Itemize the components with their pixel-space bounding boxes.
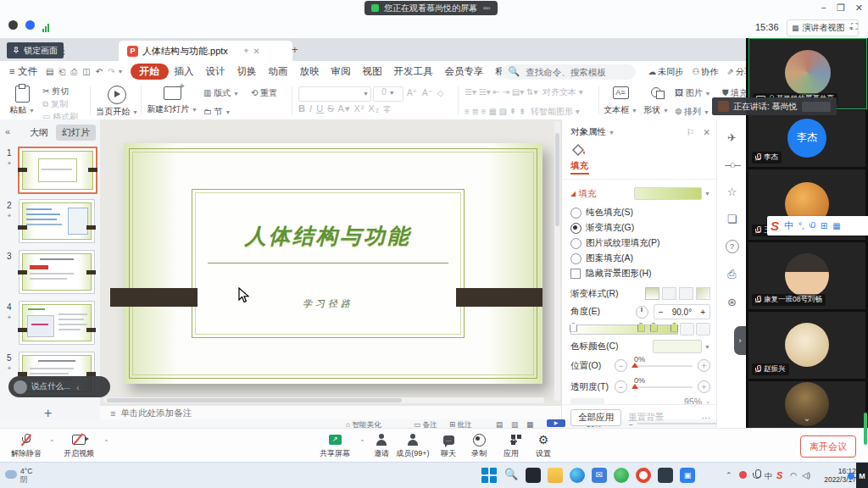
tray-wifi-icon[interactable]: ◠	[790, 471, 797, 480]
fill-option-solid[interactable]: 纯色填充(S)	[570, 207, 710, 219]
fill-swatch-chevron-icon[interactable]: ▼	[704, 191, 710, 197]
pin-panel-icon[interactable]: ⚐	[687, 127, 694, 137]
beautify-rocket-icon[interactable]: ✈	[727, 131, 737, 144]
fill-option-gradient[interactable]: 渐变填充(G)	[570, 222, 710, 234]
layout-button[interactable]: ▥ 版式 ▼	[203, 87, 239, 99]
transparency-minus-icon[interactable]: −	[615, 380, 627, 393]
properties-adjust-icon[interactable]: ‒○‒	[725, 158, 738, 171]
list-indent-group[interactable]: ☰▾ ☱▾ ⇤ ⇥ ▤▾ ⇅▾ 对齐文本 ▾	[465, 86, 583, 98]
camera-options-chevron-icon[interactable]: ⌃	[103, 439, 109, 446]
start-video-button[interactable]: 开启视频	[56, 433, 102, 459]
view-mode-button[interactable]: ▦ 演讲者视图 ▼	[787, 19, 859, 36]
search-input[interactable]	[524, 66, 629, 78]
tab-outline[interactable]: 大纲	[24, 125, 54, 141]
pin-tab-icon[interactable]: ⌖	[244, 46, 249, 56]
cloud-sync-icon[interactable]: ☁	[648, 67, 656, 76]
meeting-chat-bubble[interactable]: 说点什么... ‹	[8, 376, 110, 397]
tray-record-icon[interactable]	[739, 471, 747, 479]
position-slider[interactable]: 0%	[632, 365, 693, 367]
notification-icon[interactable]	[848, 473, 854, 480]
grow-font-icon[interactable]: A⁺	[407, 88, 417, 97]
start-button[interactable]	[481, 468, 497, 483]
scroll-down-icon[interactable]: ⌄	[804, 413, 810, 423]
tray-sogou-icon[interactable]: S	[776, 470, 782, 480]
tab-document[interactable]: P 人体结构与功能.pptx ⌖ ✕	[119, 41, 292, 61]
apply-all-button[interactable]: 全部应用	[570, 409, 621, 426]
slide-subtitle[interactable]: 学习径路	[192, 297, 464, 310]
share-icon[interactable]: ⇗	[726, 67, 733, 76]
opera-office-icon[interactable]	[636, 468, 651, 483]
search-taskbar-icon[interactable]: 🔍	[504, 468, 519, 483]
arrange-button[interactable]: ⊜ 排列 ▼	[675, 106, 711, 118]
new-tab-icon[interactable]: +	[292, 43, 298, 56]
meeting-dock-icon[interactable]: M	[856, 463, 868, 488]
sync-status[interactable]: 未同步	[658, 66, 683, 78]
section-button[interactable]: 🗀 节 ▼	[203, 106, 239, 118]
ime-punct-icon[interactable]: °,	[798, 221, 804, 230]
sidebar-scrollbar[interactable]	[864, 413, 867, 445]
ime-voice-icon[interactable]	[810, 222, 815, 230]
play-from-current-button[interactable]: 当页开始 ▼	[95, 86, 139, 118]
gradient-style-linear-button[interactable]	[645, 287, 659, 300]
panel-more-icon[interactable]: ⋯	[702, 413, 711, 423]
slide-show-icon[interactable]: ❏	[727, 213, 737, 225]
position-minus-icon[interactable]: −	[615, 359, 627, 372]
panel-collapse-handle[interactable]: ›	[734, 326, 746, 355]
reset-button[interactable]: ⟲ 重置	[251, 87, 277, 99]
section-arrow-icon[interactable]: ◢	[570, 190, 576, 197]
video-tile-2[interactable]: 李杰 李杰	[748, 110, 865, 167]
copy-button[interactable]: ⧉ 复制	[42, 98, 78, 110]
slide-title[interactable]: 人体结构与功能	[192, 222, 464, 250]
tab-slides[interactable]: 幻灯片	[56, 125, 96, 141]
close-tab-icon[interactable]: ✕	[253, 47, 260, 56]
shrink-font-icon[interactable]: A⁻	[422, 88, 432, 97]
minimize-icon[interactable]: −	[821, 3, 826, 14]
share-screen-button[interactable]: ↗ 共享屏幕	[311, 433, 359, 459]
export-icon[interactable]: ⎗	[58, 67, 65, 77]
redo-icon[interactable]: ↷	[108, 67, 114, 76]
apps-button[interactable]: 应用	[493, 433, 529, 459]
transparency-plus-icon[interactable]: +	[698, 380, 710, 393]
gradient-style-rect-button[interactable]	[679, 287, 693, 300]
maximize-icon[interactable]: ❐	[837, 3, 845, 14]
expand-icon[interactable]: ⛶	[851, 21, 858, 32]
angle-spinner[interactable]: − 90.0° +	[654, 304, 710, 319]
weather-widget[interactable]: 4°C 阴	[5, 467, 32, 484]
gradient-stop-bar[interactable]	[570, 324, 678, 335]
task-view-icon[interactable]	[526, 468, 541, 483]
ime-keyboard-icon[interactable]: ⊞	[821, 221, 827, 230]
transparency-slider[interactable]: 0%	[632, 386, 693, 388]
slide-thumbnail-1[interactable]	[18, 147, 97, 194]
angle-plus-icon[interactable]: +	[696, 308, 709, 317]
preview-icon[interactable]: ◫	[82, 67, 90, 76]
fill-option-picture[interactable]: 图片或纹理填充(P)	[570, 237, 710, 249]
menu-tab-view[interactable]: 视图	[357, 64, 388, 80]
menu-tab-docer[interactable]: 稻壳	[490, 64, 502, 80]
slide-canvas[interactable]: 人体结构与功能 学习径路	[100, 119, 561, 405]
video-tile-6[interactable]: ⌄	[748, 381, 865, 428]
text-box-button[interactable]: A≡ 文本框 ▼	[604, 86, 637, 116]
help-icon[interactable]: ?	[726, 240, 739, 253]
close-icon[interactable]: ✕	[855, 3, 863, 14]
file-explorer-icon[interactable]	[548, 468, 563, 483]
browser-360-icon[interactable]	[614, 468, 629, 483]
paste-button[interactable]: 粘贴 ▼	[5, 86, 39, 116]
stop-color-swatch[interactable]	[653, 340, 702, 353]
undo-icon[interactable]: ↶	[96, 67, 103, 76]
record-button[interactable]: 录制	[461, 433, 497, 459]
slide-thumbnail-4[interactable]	[19, 301, 95, 345]
align-group[interactable]: ≡ ≣ ≡ ▦ ▨ ⇞ ⇟ 转智能图形 ▾	[465, 106, 583, 118]
collapse-panel-icon[interactable]: «	[5, 126, 10, 136]
font-size-select[interactable]: 0 ▼	[373, 86, 403, 102]
fill-tab[interactable]: 填充	[570, 160, 588, 172]
menu-tab-animation[interactable]: 动画	[263, 64, 294, 80]
slide[interactable]: 人体结构与功能 学习径路	[124, 143, 542, 384]
print-icon[interactable]: ⎙	[70, 67, 77, 77]
ime-skin-icon[interactable]: ▦	[832, 221, 840, 230]
cut-button[interactable]: ✂ 剪切	[42, 86, 78, 97]
canvas-vscrollbar[interactable]	[554, 121, 560, 401]
hide-background-checkbox[interactable]: 隐藏背景图形(H)	[570, 268, 710, 280]
menu-tab-home[interactable]: 开始	[131, 64, 169, 80]
toolbox-icon[interactable]: ⊛	[727, 296, 737, 308]
command-search[interactable]: 🔍	[502, 64, 637, 80]
